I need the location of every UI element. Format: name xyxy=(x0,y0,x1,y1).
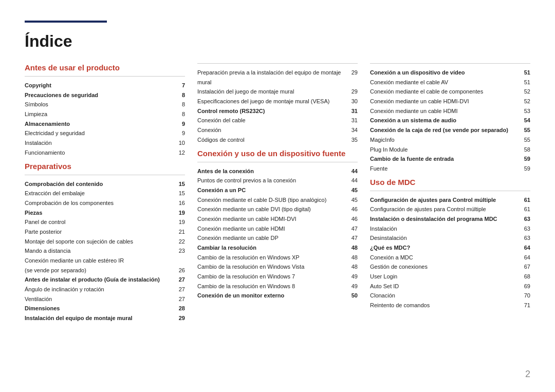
table-row: Instalación del equipo de montaje mural2… xyxy=(25,313,185,323)
entry-number: 27 xyxy=(175,294,185,304)
section-divider xyxy=(25,76,185,77)
table-row: Copyright7 xyxy=(25,81,185,90)
table-row: Cambio de la resolución en Windows Vista… xyxy=(197,262,358,272)
entry-label: Limpieza xyxy=(25,109,175,119)
entry-label: Símbolos xyxy=(25,100,175,109)
section-title: Preparativos xyxy=(25,162,185,171)
entry-number: 59 xyxy=(520,154,530,164)
entry-label: Funcionamiento xyxy=(25,148,175,158)
table-row: Conexión mediante el cable de componente… xyxy=(370,87,530,97)
entry-number: 63 xyxy=(520,224,530,234)
entry-number: 52 xyxy=(520,87,530,97)
table-row: MagicInfo55 xyxy=(370,135,530,145)
table-row: Electricidad y seguridad9 xyxy=(25,128,185,138)
page-number: 2 xyxy=(525,369,530,380)
page: Índice Antes de usar el productoCopyrigh… xyxy=(0,0,555,392)
entry-label: Conexión mediante el cable D-SUB (tipo a… xyxy=(197,195,347,205)
entry-number: 54 xyxy=(520,116,530,125)
table-row: Conexión mediante un cable estéreo IR xyxy=(25,256,185,266)
entry-label: Cambiar la resolución xyxy=(197,243,347,253)
entry-label: Preparación previa a la instalación del … xyxy=(197,68,347,87)
entry-number: 8 xyxy=(175,100,185,109)
table-row: Mando a distancia23 xyxy=(25,246,185,256)
entry-number: 29 xyxy=(347,68,358,78)
entry-label: Piezas xyxy=(25,208,175,218)
entry-number: 10 xyxy=(175,138,185,148)
table-row: Reintento de comandos71 xyxy=(370,301,530,310)
table-row: Auto Set ID69 xyxy=(370,282,530,291)
entry-number: 49 xyxy=(347,282,358,291)
table-row: Configuración de ajustes para Control mú… xyxy=(370,195,530,205)
entry-number: 51 xyxy=(520,68,530,78)
table-row: Parte posterior21 xyxy=(25,227,185,237)
entry-number: 21 xyxy=(175,227,185,237)
entry-label: Auto Set ID xyxy=(370,282,520,291)
entry-number: 9 xyxy=(175,119,185,129)
entry-label: (se vende por separado) xyxy=(25,266,175,275)
entry-number: 69 xyxy=(520,282,530,291)
entry-label: Conexión mediante un cable DVI (tipo dig… xyxy=(197,204,347,214)
section-divider xyxy=(370,191,530,191)
entry-label: Control remoto (RS232C) xyxy=(197,106,347,116)
entry-number: 61 xyxy=(520,204,530,214)
entry-label: Ventilación xyxy=(25,294,175,304)
entry-number: 48 xyxy=(347,262,358,272)
entry-number: 31 xyxy=(347,106,358,116)
entry-label: Cambio de la resolución en Windows 8 xyxy=(197,282,347,291)
entry-label: Comprobación del contenido xyxy=(25,179,175,189)
entry-number: 9 xyxy=(175,128,185,138)
section-divider xyxy=(25,175,185,175)
entry-number: 22 xyxy=(175,237,185,247)
table-row: Conexión mediante un cable DP47 xyxy=(197,233,358,243)
table-row: Conexión a un dispositivo de vídeo51 xyxy=(370,68,530,78)
entry-label: Conexión a un PC xyxy=(197,185,347,195)
top-bar-decoration xyxy=(25,21,107,23)
table-row: Instalación del juego de montaje mural29 xyxy=(197,87,358,97)
table-row: Conexión a un PC45 xyxy=(197,185,358,195)
table-row: Panel de control19 xyxy=(25,217,185,227)
entry-label: Ángulo de inclinación y rotación xyxy=(25,285,175,294)
table-row: Conexión mediante un cable HDMI47 xyxy=(197,224,358,234)
table-row: Conexión de la caja de red (se vende por… xyxy=(370,125,530,135)
table-row: (se vende por separado)26 xyxy=(25,266,185,275)
entry-number: 59 xyxy=(520,164,530,174)
table-row: Conexión34 xyxy=(197,125,358,135)
entry-number: 64 xyxy=(520,243,530,253)
entry-number: 35 xyxy=(347,135,358,145)
entry-label: Configuración de ajustes para Control mú… xyxy=(370,195,520,205)
table-row: ¿Qué es MDC?64 xyxy=(370,243,530,253)
entry-label: Instalación xyxy=(370,224,520,234)
section-divider xyxy=(197,63,358,64)
table-row: Montaje del soporte con sujeción de cabl… xyxy=(25,237,185,247)
table-row: Conexión mediante el cable AV51 xyxy=(370,78,530,87)
entry-number: 48 xyxy=(347,253,358,263)
entry-label: Plug In Module xyxy=(370,145,520,155)
table-row: Funcionamiento12 xyxy=(25,148,185,158)
section-title: Conexión y uso de un dispositivo fuente xyxy=(197,149,358,158)
entry-number: 55 xyxy=(520,135,530,145)
table-row: Símbolos8 xyxy=(25,100,185,109)
table-row: Configuración de ajustes para Control mú… xyxy=(370,204,530,214)
table-row: Cambio de la resolución en Windows XP48 xyxy=(197,253,358,263)
table-row: Desinstalación63 xyxy=(370,233,530,243)
entry-number: 26 xyxy=(175,266,185,275)
entry-number: 7 xyxy=(175,81,185,90)
table-row: Extracción del embalaje15 xyxy=(25,189,185,198)
entry-label: Conexión mediante un cable estéreo IR xyxy=(25,256,175,266)
table-row: Gestión de conexiones67 xyxy=(370,262,530,272)
entry-number: 29 xyxy=(175,313,185,323)
entry-label: Especificaciones del juego de montaje mu… xyxy=(197,97,347,106)
content-columns: Antes de usar el productoCopyright7Preca… xyxy=(25,63,530,371)
table-row: Conexión de un monitor externo50 xyxy=(197,291,358,301)
table-row: User Login68 xyxy=(370,272,530,282)
section-divider xyxy=(370,63,530,64)
entry-label: Fuente xyxy=(370,164,520,174)
entry-label: Precauciones de seguridad xyxy=(25,90,175,100)
entry-label: Conexión xyxy=(197,125,347,135)
table-row: Ángulo de inclinación y rotación27 xyxy=(25,285,185,294)
entry-label: Conexión mediante un cable HDMI xyxy=(197,224,347,234)
table-row: Comprobación del contenido15 xyxy=(25,179,185,189)
entry-label: Conexión a MDC xyxy=(370,253,520,263)
table-row: Conexión mediante un cable DVI (tipo dig… xyxy=(197,204,358,214)
entry-number: 46 xyxy=(347,204,358,214)
